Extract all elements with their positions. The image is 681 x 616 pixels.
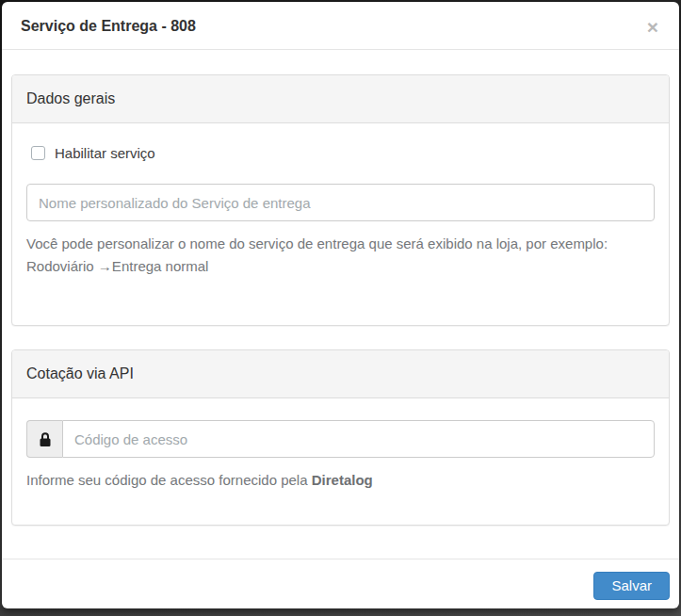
api-panel-body: Informe seu código de acesso fornecido p…: [12, 398, 669, 525]
access-code-help: Informe seu código de acesso fornecido p…: [26, 469, 655, 492]
save-button[interactable]: Salvar: [593, 572, 670, 600]
general-panel-heading: Dados gerais: [12, 75, 669, 123]
lock-icon: [39, 431, 52, 447]
access-code-input[interactable]: [62, 420, 655, 458]
modal-backdrop: { "modal": { "title": "Serviço de Entreg…: [0, 0, 681, 616]
custom-name-help: Você pode personalizar o nome do serviço…: [26, 233, 655, 278]
access-code-help-text: Informe seu código de acesso fornecido p…: [26, 472, 312, 488]
modal-body: Dados gerais Habilitar serviço Você pode…: [2, 50, 679, 559]
general-data-panel: Dados gerais Habilitar serviço Você pode…: [11, 74, 670, 326]
modal-header: Serviço de Entrega - 808 ×: [2, 2, 679, 50]
access-code-input-group: [26, 420, 655, 458]
custom-name-input[interactable]: [26, 184, 655, 221]
enable-service-checkbox-row[interactable]: Habilitar serviço: [31, 145, 655, 161]
modal-title: Serviço de Entrega - 808: [21, 16, 660, 37]
api-panel-heading: Cotação via API: [12, 350, 669, 398]
api-quote-panel: Cotação via API Informe seu código de ac…: [11, 349, 670, 526]
lock-icon-addon: [26, 420, 62, 458]
general-panel-body: Habilitar serviço Você pode personalizar…: [12, 123, 669, 325]
enable-service-label: Habilitar serviço: [55, 145, 155, 161]
enable-service-checkbox[interactable]: [31, 146, 45, 160]
modal-footer: Salvar: [2, 559, 679, 608]
delivery-service-modal: Serviço de Entrega - 808 × Dados gerais …: [2, 2, 679, 608]
close-icon[interactable]: ×: [643, 15, 662, 39]
access-code-help-provider: Diretalog: [312, 472, 373, 488]
